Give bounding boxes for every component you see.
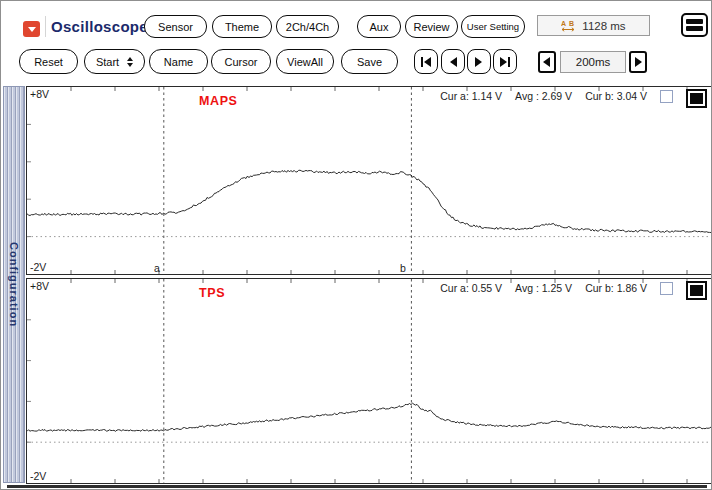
cursor-button[interactable]: Cursor [211, 49, 271, 74]
y-max-label: +8V [30, 88, 49, 100]
waveform-canvas-maps[interactable] [27, 87, 711, 274]
channel-checkbox[interactable] [660, 90, 673, 103]
ab-interval-display: A B 1128 ms [537, 15, 650, 36]
measurement-readout: Cur a: 0.55 V Avg : 1.25 V Cur b: 1.86 V [440, 281, 707, 300]
sensor-button[interactable]: Sensor [144, 15, 207, 38]
aux-button[interactable]: Aux [357, 15, 401, 38]
up-down-spinner-icon [127, 57, 133, 67]
timebase-display: 200ms [560, 51, 626, 73]
cursor-b-readout: Cur b: 3.04 V [585, 89, 647, 103]
timebase-next-button[interactable] [629, 51, 647, 73]
bottom-border-bar [7, 485, 707, 488]
right-arrow-icon [633, 56, 643, 68]
channel-mode-button[interactable]: 2Ch/4Ch [276, 15, 339, 38]
app-title: Oscilloscope [51, 18, 148, 35]
channel-color-button[interactable] [686, 281, 707, 300]
cursor-b-label: b [400, 262, 406, 274]
step-forward-icon [472, 55, 486, 69]
skip-to-start-button[interactable] [414, 49, 438, 74]
reset-button[interactable]: Reset [19, 49, 78, 74]
waveform-canvas-tps[interactable] [27, 279, 711, 483]
channel-panel-tps: +8V -2V TPS Cur a: 0.55 V Avg : 1.25 V C… [26, 278, 712, 484]
start-button[interactable]: Start [84, 49, 145, 74]
theme-button[interactable]: Theme [212, 15, 272, 38]
configuration-panel-label: Configuration [8, 242, 20, 327]
svg-text:A: A [561, 20, 566, 27]
viewall-button[interactable]: ViewAll [276, 49, 334, 74]
skip-to-end-button[interactable] [493, 49, 517, 74]
configuration-panel-handle[interactable]: Configuration [3, 86, 25, 483]
svg-text:B: B [569, 20, 574, 27]
ab-interval-value: 1128 ms [582, 20, 625, 32]
app-dropdown-button[interactable] [23, 21, 40, 37]
channel-panel-maps: +8V -2V MAPS Cur a: 1.14 V Avg : 2.69 V … [26, 86, 712, 275]
review-button[interactable]: Review [405, 15, 458, 38]
cursor-a-readout: Cur a: 1.14 V [440, 89, 502, 103]
cursor-a-readout: Cur a: 0.55 V [440, 281, 502, 295]
channel-color-button[interactable] [686, 89, 707, 108]
y-min-label: -2V [30, 261, 46, 273]
save-button[interactable]: Save [341, 49, 398, 74]
cursor-b-readout: Cur b: 1.86 V [585, 281, 647, 295]
oscilloscope-window: Oscilloscope Sensor Theme 2Ch/4Ch Aux Re… [0, 0, 712, 490]
step-back-button[interactable] [441, 49, 465, 74]
dropdown-arrow-icon [28, 27, 36, 32]
avg-readout: Avg : 2.69 V [515, 89, 572, 103]
name-button[interactable]: Name [149, 49, 208, 74]
skip-to-end-icon [498, 55, 512, 69]
y-min-label: -2V [30, 470, 46, 482]
y-max-label: +8V [30, 280, 49, 292]
left-arrow-icon [542, 56, 552, 68]
start-button-label: Start [96, 56, 119, 68]
channel-checkbox[interactable] [660, 282, 673, 295]
channel-name-label: TPS [199, 286, 225, 300]
skip-to-start-icon [419, 55, 433, 69]
timebase-prev-button[interactable] [538, 51, 556, 73]
title-separator [45, 16, 46, 37]
step-forward-button[interactable] [467, 49, 491, 74]
avg-readout: Avg : 1.25 V [515, 281, 572, 295]
step-back-icon [446, 55, 460, 69]
user-setting-button[interactable]: User Setting [461, 15, 525, 38]
measurement-readout: Cur a: 1.14 V Avg : 2.69 V Cur b: 3.04 V [440, 89, 707, 108]
menu-icon[interactable] [681, 13, 708, 37]
cursor-a-label: a [154, 262, 160, 274]
a-b-interval-icon: A B [561, 19, 576, 32]
channel-name-label: MAPS [199, 94, 238, 108]
